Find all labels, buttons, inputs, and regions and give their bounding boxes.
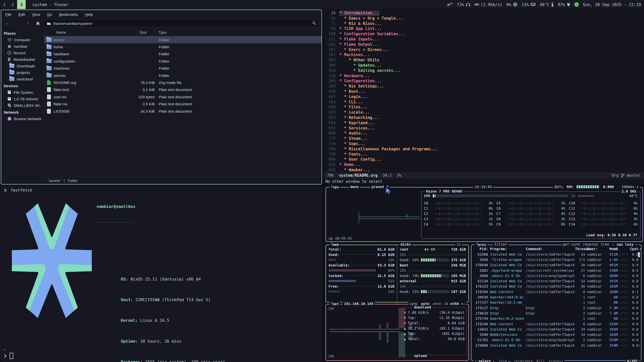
org-heading-line[interactable]: 717 * Steam... xyxy=(324,136,644,141)
file-row[interactable]: README.org 76,4 KiB Org-mode file xyxy=(45,79,321,86)
cpu-module[interactable]: 0% xyxy=(506,2,517,7)
forward-button[interactable]: → xyxy=(14,20,21,27)
network-module[interactable]: (2.9kb/s) xyxy=(474,2,503,7)
terminal-window[interactable]: fastfetch nambiar@smallbox -------------… xyxy=(0,185,323,362)
column-name[interactable]: Name xyxy=(54,29,137,36)
workspace-button[interactable]: 1 xyxy=(0,0,9,9)
header-mem[interactable]: MemB xyxy=(605,247,618,251)
sidebar-item-home[interactable]: nambiar xyxy=(1,43,44,50)
menu-file[interactable]: File xyxy=(5,12,11,17)
process-row[interactable]: 52134 Isolated Web Co /nix/store/sm8fmrf… xyxy=(471,278,641,284)
header-threads[interactable]: Threads: xyxy=(575,247,585,251)
reverse-button[interactable]: reverse xyxy=(583,242,598,246)
sidebar-item-nextcloud[interactable]: nextcloud xyxy=(1,76,44,82)
sidebar-item-browse-network[interactable]: Browse Network xyxy=(1,115,44,122)
org-heading-line[interactable]: 499 * Files... xyxy=(324,105,644,110)
menu-edit[interactable]: Edit xyxy=(18,12,25,17)
search-button[interactable] xyxy=(312,21,316,26)
process-row[interactable]: 3390 WebExtensions /nix/store/sm8fmrf3wp… xyxy=(471,332,641,337)
column-size[interactable]: Size xyxy=(137,29,156,36)
org-heading-line[interactable]: 584 * Hyprland... xyxy=(324,120,644,126)
org-heading-line[interactable]: 303 * Other Utils xyxy=(324,58,644,63)
home-button[interactable] xyxy=(34,20,42,27)
org-heading-line[interactable]: 121 * Flake Inputs... xyxy=(324,37,644,42)
menu-view[interactable]: View xyxy=(32,12,40,17)
org-heading-line[interactable]: 428 * Boot... xyxy=(324,89,644,94)
file-row[interactable]: LICENSE 34,3 KiB Plain text document xyxy=(45,108,321,115)
process-row[interactable]: 178294 Web Content /nix/store/sm8fmrf3wp… xyxy=(471,289,641,294)
select-down-icon[interactable]: ↓ xyxy=(493,359,495,362)
process-row[interactable]: 175749 kworker/6:2-even 1 root 0B 0.0 xyxy=(471,316,641,321)
update-interval[interactable]: - 2000ms + xyxy=(617,185,638,189)
header-user[interactable]: User: xyxy=(585,247,605,251)
idle-inhibitor[interactable]: zzz xyxy=(447,2,453,7)
mem-panel-title[interactable]: 2mem xyxy=(330,242,340,247)
org-heading-line[interactable]: 671 * Services... xyxy=(324,126,644,131)
sidebar-item-downloads[interactable]: Downloads xyxy=(1,63,44,69)
sidebar-item-wastebasket[interactable]: Wastebasket xyxy=(1,56,44,63)
menu-bookmarks[interactable]: Bookmarks xyxy=(59,12,78,17)
process-row[interactable]: 176646 Isolated Web Co /nix/store/sm8fmr… xyxy=(471,262,641,268)
org-heading-line[interactable]: 736 * Sops... xyxy=(324,141,644,147)
process-row[interactable]: 177257 kworker/10:1-mm_ 1 root 0B 0.0 xyxy=(471,300,641,305)
org-heading-line[interactable]: 267 * Envrc + Direnv... xyxy=(324,47,644,53)
sidebar-item-computer[interactable]: Computer xyxy=(1,36,44,43)
org-heading-line[interactable]: 344 * Configuration... xyxy=(324,78,644,84)
sidebar-item-filesystem[interactable]: File System xyxy=(1,89,44,96)
cpu-panel-title[interactable]: 1cpu xyxy=(330,185,340,189)
org-heading-line[interactable]: 809 * User Config... xyxy=(324,157,644,162)
process-row[interactable]: 51762 .emacs-31.0.50- /nix/store/wnqz5pa… xyxy=(471,337,641,343)
file-row[interactable]: machines Folder xyxy=(45,65,321,72)
org-heading-line[interactable]: 304 * Updates... xyxy=(324,63,644,68)
terminate-button[interactable]: terminate xyxy=(514,359,533,362)
signals-button[interactable]: signals xyxy=(548,359,563,362)
process-row[interactable]: 178248 Web Content /nix/store/sm8fmrf3wp… xyxy=(471,321,641,327)
org-heading-line[interactable]: 764 * Miscellaneous Packages and Program… xyxy=(324,147,644,152)
sidebar-item-smallbox[interactable]: SMALLBOX Wi... xyxy=(1,102,44,109)
temperature-module[interactable]: 46°C xyxy=(540,2,554,7)
volume-module[interactable]: 72% xyxy=(457,2,470,7)
back-button[interactable]: ← xyxy=(4,20,11,27)
process-row[interactable]: 52368 Isolated Web Co /nix/store/sm8fmrf… xyxy=(471,252,641,257)
process-row[interactable]: 179127 btop btop 2 nambiar 7.3M 0.0 xyxy=(471,305,641,310)
memory-module[interactable]: 13% xyxy=(521,2,536,7)
sort-right-icon[interactable]: → xyxy=(636,242,638,246)
org-heading-line[interactable]: 384 * Nix Settings... xyxy=(324,84,644,89)
org-heading-line[interactable]: 65 * Emacs + Org + Tangle... xyxy=(324,16,644,21)
process-row[interactable]: 2660 .emacs-31.0.50- /nix/store/wnqz5pa8… xyxy=(471,273,641,278)
scroll-up-icon[interactable]: ↑ xyxy=(638,247,641,251)
menu-go[interactable]: Go xyxy=(47,12,52,17)
workspace-button[interactable]: 2 xyxy=(9,0,17,9)
info-button[interactable]: info xyxy=(498,359,507,362)
org-heading-line[interactable]: 799 * Fonts... xyxy=(324,152,644,157)
process-row[interactable]: 176223 Isolated Web Co /nix/store/sm8fmr… xyxy=(471,284,641,289)
file-row[interactable]: configuration Folder xyxy=(45,58,321,65)
org-heading-line[interactable]: 109 * Configuration Variables... xyxy=(324,31,644,37)
shell-prompt[interactable] xyxy=(3,353,13,359)
org-heading-line[interactable]: 71 * Nix & Nixos... xyxy=(324,21,644,26)
up-button[interactable]: ↑ xyxy=(24,20,31,27)
systemd-status[interactable]: ✓ xyxy=(574,2,579,7)
file-row[interactable]: flake.nix 2,5 KiB Plain text document xyxy=(45,101,321,108)
org-heading-line[interactable]: 855 * Waubar... xyxy=(324,167,644,173)
sidebar-item-recent[interactable]: Recent xyxy=(1,50,44,56)
org-heading-line[interactable]: 316 * Hardware... xyxy=(324,73,644,79)
select-up-icon[interactable]: ↑ xyxy=(475,359,477,362)
column-type[interactable]: Type xyxy=(156,29,321,36)
file-row[interactable]: user.nix 229 bytes Plain text document xyxy=(45,93,321,100)
menu-button[interactable]: menu xyxy=(349,185,360,189)
sidebar-item-projects[interactable]: projects xyxy=(1,69,44,76)
process-row[interactable]: 178616 btop btop 2 nambiar 7.4M 0.0 xyxy=(471,310,641,316)
org-heading-line[interactable]: 534 * Locale... xyxy=(324,110,644,115)
process-row[interactable]: 2601 .Hyprland-wrapp /run/current-system… xyxy=(471,268,641,273)
clock-module[interactable]: Sun, 28 Sep 2025 - 22:19 xyxy=(583,2,641,7)
header-program[interactable]: Program: xyxy=(488,247,526,251)
file-row[interactable]: secrets Folder xyxy=(45,72,321,79)
org-heading-line[interactable]: 310 * Editing secrets... xyxy=(324,68,644,73)
org-heading-line[interactable]: 93 * TLDR App List... xyxy=(324,26,644,31)
sidebar-item-volume[interactable]: 1,0 TB Volume xyxy=(1,96,44,102)
process-row[interactable]: 2658 .firefox-wrappe /nix/store/sm8fmrf3… xyxy=(471,257,641,262)
org-heading-line[interactable]: 563 * Networking... xyxy=(324,115,644,120)
path-bar[interactable]: /home/nambiar/system/ xyxy=(44,20,319,27)
org-heading-line[interactable]: 698 * Audio... xyxy=(324,131,644,136)
